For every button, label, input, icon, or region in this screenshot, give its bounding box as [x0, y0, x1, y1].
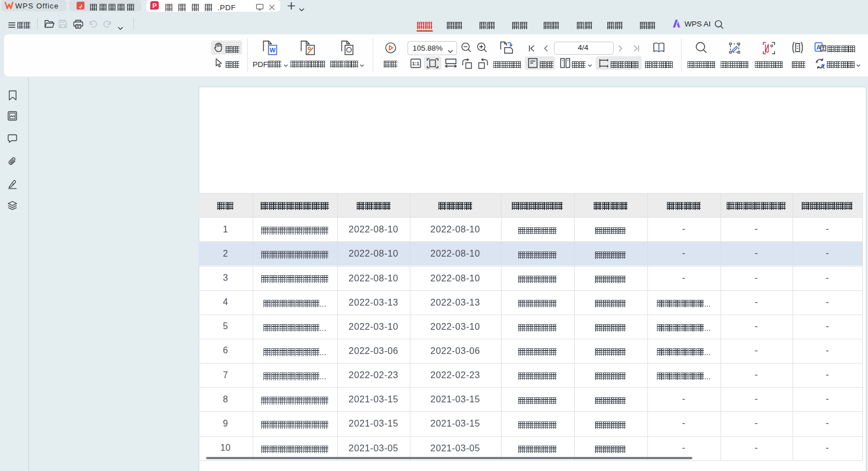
svg-text:x: x	[816, 59, 818, 64]
svg-text:W: W	[270, 47, 276, 53]
svg-text:A: A	[820, 63, 825, 69]
svg-text:P: P	[153, 2, 157, 9]
svg-text:1:1: 1:1	[412, 61, 419, 66]
svg-text:A: A	[816, 44, 821, 51]
